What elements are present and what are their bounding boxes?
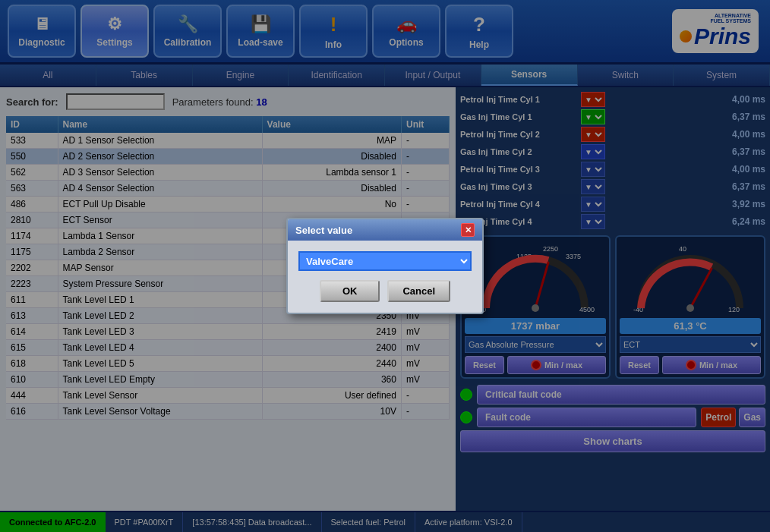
modal-title: Select value <box>295 225 352 236</box>
modal-ok-button[interactable]: OK <box>320 280 380 302</box>
modal-select[interactable]: ValveCare None Standard <box>298 251 472 271</box>
modal-close-button[interactable]: ✕ <box>461 223 475 237</box>
modal-body: ValveCare None Standard OK Cancel <box>288 241 482 313</box>
modal-title-bar: Select value ✕ <box>288 219 482 241</box>
modal-overlay: Select value ✕ ValveCare None Standard O… <box>0 0 770 532</box>
modal-buttons: OK Cancel <box>298 280 472 302</box>
modal-dialog: Select value ✕ ValveCare None Standard O… <box>286 218 484 314</box>
modal-cancel-button[interactable]: Cancel <box>387 280 450 302</box>
